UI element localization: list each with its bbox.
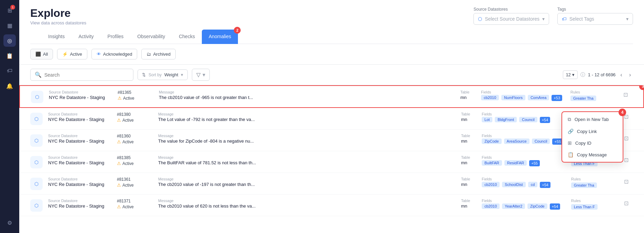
pagination-range: 1 - 12 of 6696 <box>588 72 615 77</box>
copy-message-icon: 📋 <box>568 152 574 157</box>
row-action-icon[interactable]: ⊡ <box>622 90 629 99</box>
table-row: ⬡ Source Datastore NYC Re Datastore - St… <box>19 85 644 108</box>
main-content: Explore View data across datastores Sour… <box>19 0 644 233</box>
tags-dropdown[interactable]: 🏷 Select Tags ▾ <box>557 13 633 25</box>
row-id: #81360 <box>117 134 158 138</box>
explore-icon: ◎ <box>7 37 12 44</box>
fields-header: Fields <box>482 155 571 159</box>
col-source-datastore: Source Datastore NYC Re Datastore - Stag… <box>48 134 117 144</box>
message-header: Message <box>158 112 461 116</box>
row-action-icon[interactable]: ⊡ <box>623 199 630 208</box>
col-fields: Fields BuiltFAR ResidFAR +55 <box>482 155 571 166</box>
bell-icon: 🔔 <box>6 83 13 89</box>
sort-dropdown[interactable]: ⇅ Sort by Weight ▾ <box>138 69 188 80</box>
col-source-datastore: Source Datastore NYC Re Datastore - Stag… <box>49 90 118 100</box>
tab-profiles[interactable]: Profiles <box>101 30 131 44</box>
fields-header: Fields <box>482 134 571 138</box>
status-value: Active <box>122 140 134 144</box>
col-id-status: #81365 ⚠ Active <box>118 90 159 101</box>
field-tag: Council <box>519 117 537 122</box>
context-menu: ⧉ Open in New Tab 🔗 Copy Link ⊞ Copy ID … <box>561 111 623 163</box>
chevron-down-icon: ▾ <box>542 16 545 22</box>
filter-icon-button[interactable]: ▽ ▾ <box>192 69 210 81</box>
search-input[interactable] <box>44 72 129 78</box>
search-input-wrap: 🔍 <box>30 69 133 81</box>
filter-acknowledged-label: Acknowledged <box>103 52 132 57</box>
archive-icon: 🗂 <box>146 52 151 57</box>
row-action-icon[interactable]: ⊡ <box>623 134 630 143</box>
fields-more: +55 <box>529 160 540 166</box>
message-header: Message <box>159 90 460 94</box>
source-datastore-value: NYC Re Datastore - Staging <box>48 203 117 209</box>
rules-header: Rules <box>571 177 619 181</box>
sort-icon: ⇅ <box>142 72 146 77</box>
context-open-new-tab[interactable]: ⧉ Open in New Tab <box>562 113 623 125</box>
page-size-select[interactable]: 12 ▾ <box>563 70 578 79</box>
status-badge: ⚠ Active <box>117 161 134 166</box>
message-header: Message <box>158 177 461 181</box>
sidebar: ⊞ 1 ▦ ◎ 📋 🏷 🔔 ⚙ <box>0 0 19 233</box>
filter-acknowledged-button[interactable]: 👁 Acknowledged <box>91 49 138 59</box>
table-row: ⬡ Source Datastore NYC Re Datastore - St… <box>19 130 644 151</box>
context-copy-id[interactable]: ⊞ Copy ID <box>562 137 623 149</box>
message-header: Message <box>158 155 461 159</box>
tab-checks[interactable]: Checks <box>172 30 202 44</box>
col-rules: Rules Greater Tha <box>570 90 619 101</box>
sidebar-item-gear[interactable]: ⚙ <box>3 217 16 229</box>
tab-anomalies[interactable]: Anomalies <box>202 30 238 44</box>
clipboard-icon: 📋 <box>6 53 13 59</box>
chart-icon: ▦ <box>7 22 12 29</box>
field-tag: cb2010 <box>481 95 499 100</box>
table-row: ⬡ Source Datastore NYC Re Datastore - St… <box>19 151 644 173</box>
row-action-icon[interactable]: ⊡ <box>623 155 630 165</box>
table-value: mn <box>461 117 482 122</box>
prev-page-button[interactable]: ‹ <box>618 71 624 79</box>
status-value: Active <box>123 96 134 101</box>
datastore-icon: ⬡ <box>478 16 482 22</box>
field-tag: AreaSource <box>504 138 530 144</box>
rules-header: Rules <box>571 199 619 203</box>
page-subtitle: View data across datastores <box>30 20 86 25</box>
warning-icon: ⚠ <box>117 118 121 123</box>
filter-archived-button[interactable]: 🗂 Archived <box>141 49 176 59</box>
message-value: The cb2010 value of -965 is not greater … <box>159 95 460 100</box>
row-datastore-icon: ⬡ <box>30 199 43 212</box>
table-header: Table <box>460 90 481 94</box>
col-source-datastore: Source Datastore NYC Re Datastore - Stag… <box>48 177 117 187</box>
table-row: ⬡ Source Datastore NYC Re Datastore - St… <box>19 108 644 130</box>
tab-insights[interactable]: Insights <box>41 30 72 44</box>
sidebar-item-dashboard[interactable]: ⊞ 1 <box>3 4 16 16</box>
source-datastore-value: NYC Re Datastore - Staging <box>49 95 118 100</box>
context-copy-link[interactable]: 🔗 Copy Link <box>562 125 623 137</box>
next-page-button[interactable]: › <box>627 71 633 79</box>
rules-header: Rules <box>570 90 619 94</box>
fields-header: Fields <box>482 199 571 203</box>
status-value: Active <box>122 204 134 209</box>
filter-archived-label: Archived <box>153 52 171 57</box>
fields-tags: cb2010 NumFloors ComArea +53 <box>481 95 570 101</box>
col-actions: ⊡ <box>619 199 633 208</box>
source-datastores-label: Source Datastores <box>473 7 549 12</box>
tab-activity[interactable]: Activity <box>72 30 100 44</box>
fields-more: +54 <box>550 203 560 210</box>
sidebar-item-chart[interactable]: ▦ <box>3 19 16 32</box>
sidebar-badge: 1 <box>10 5 15 10</box>
context-copy-message[interactable]: 📋 Copy Message <box>562 149 623 160</box>
fields-more: +53 <box>552 95 562 101</box>
tags-control: Tags 🏷 Select Tags ▾ <box>557 7 633 25</box>
source-datastore-header: Source Datastore <box>48 155 117 159</box>
header-controls: Source Datastores ⬡ Select Source Datast… <box>473 7 633 25</box>
source-datastores-dropdown[interactable]: ⬡ Select Source Datastores ▾ <box>473 13 549 25</box>
sidebar-item-explore[interactable]: ◎ <box>3 34 16 47</box>
filter-active-label: Active <box>70 52 82 57</box>
tab-observability[interactable]: Observability <box>130 30 172 44</box>
field-tag: ZipCode <box>527 203 547 209</box>
filter-active-button[interactable]: ⚡ Active <box>57 49 87 59</box>
row-action-icon[interactable]: ⊡ <box>623 177 630 186</box>
source-datastore-value: NYC Re Datastore - Staging <box>48 138 117 144</box>
sidebar-item-clipboard[interactable]: 📋 <box>3 49 16 62</box>
sidebar-item-tag[interactable]: 🏷 <box>3 65 16 77</box>
table-header: Table <box>461 177 482 181</box>
sidebar-item-bell[interactable]: 🔔 <box>3 80 16 92</box>
filter-all-button[interactable]: ⬛ All <box>30 49 53 59</box>
